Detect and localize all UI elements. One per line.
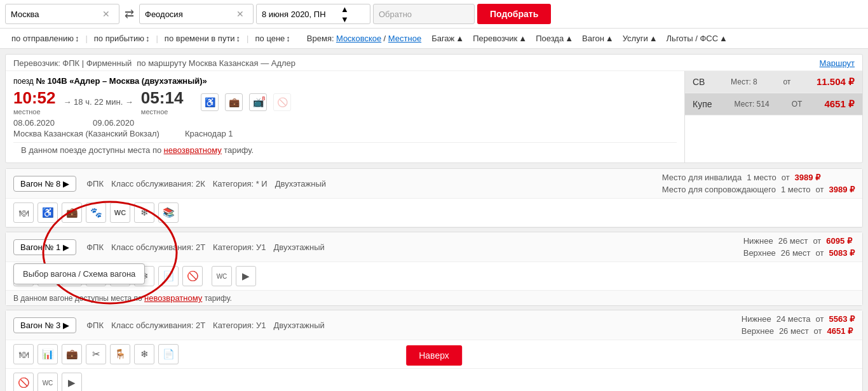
from-input-wrapper[interactable]: Москва ✕ — [5, 4, 119, 24]
date-stepper-up[interactable]: ▲▼ — [341, 4, 349, 24]
food-icon: 🍽 — [13, 202, 34, 223]
pet-icon: 🐾 — [86, 202, 106, 223]
route-link[interactable]: Маршрут — [820, 58, 855, 68]
wagon-section-1: Вагон № 1 ▶ Выбор вагона / Схема вагона … — [5, 232, 863, 306]
to-input[interactable]: Феодосия — [145, 10, 234, 19]
return-placeholder: Обратно — [379, 10, 412, 19]
time-label: Время: Московское / Местное — [307, 34, 421, 43]
wagon-1-meta: ФПК Класс обслуживания: 2Т Категория: У1… — [86, 242, 325, 252]
wagon-1-header: Вагон № 1 ▶ Выбор вагона / Схема вагона … — [6, 232, 862, 262]
play2-icon: ▶ — [62, 373, 82, 391]
doc-icon: 📄 — [158, 266, 179, 286]
carrier-label: Перевозчик: ФПК | Фирменный — [13, 58, 132, 68]
wagon-schema-popup[interactable]: Выбор вагона / Схема вагона — [13, 263, 145, 284]
arr-station: Краснодар 1 — [185, 129, 233, 138]
kupe-price-row[interactable]: Купе Мест: 514 ОТ 4651 ₽ — [685, 93, 862, 116]
dep-local-label: местное — [13, 108, 56, 116]
disabled-icon: 🚫 — [273, 93, 291, 111]
route-text: по маршруту Москва Казанская — Адлер — [137, 58, 295, 68]
wagon-1-button[interactable]: Вагон № 1 ▶ — [13, 239, 76, 255]
food3-icon: 🍽 — [13, 344, 34, 364]
services-filter[interactable]: Услуги▲ — [619, 32, 661, 44]
sort-by-arrival[interactable]: по прибытию↕ — [90, 32, 154, 44]
luggage-icon: 💼 — [225, 93, 243, 111]
amenities-icons: ♿ 💼 📺8 🚫 — [201, 93, 291, 111]
wc2-icon: WC — [212, 266, 232, 286]
from-clear-btn[interactable]: ✕ — [102, 9, 110, 19]
wc-icon: WC — [110, 202, 130, 223]
sort-by-departure[interactable]: по отправлению↕ — [8, 32, 83, 44]
sv-price: 11.504 ₽ — [817, 76, 855, 88]
main-content: Перевозчик: ФПК | Фирменный по маршруту … — [0, 49, 868, 391]
back-to-top-button[interactable]: Наверх — [406, 345, 462, 366]
return-input[interactable]: Обратно — [373, 4, 475, 24]
accessible-icon: ♿ — [37, 202, 58, 223]
swap-button[interactable]: ⇄ — [122, 7, 137, 21]
departure-time: 10:52 — [13, 88, 56, 108]
snow2-icon: ❄ — [134, 344, 154, 364]
display-icon: 📺8 — [249, 93, 267, 111]
wagon-8-button[interactable]: Вагон № 8 ▶ — [13, 176, 76, 192]
wagon-1-nonrefund-link[interactable]: невозвратному — [144, 293, 202, 303]
sort-by-duration[interactable]: по времени в пути↕ — [161, 32, 244, 44]
to-input-wrapper[interactable]: Феодосия ✕ — [139, 4, 254, 24]
info-icon: 📚 — [158, 202, 179, 223]
from-input[interactable]: Москва — [11, 10, 100, 19]
wc3-icon: WC — [37, 373, 58, 391]
kupe-seats: Мест: 514 — [735, 100, 770, 109]
wagon-3-header: Вагон № 3 ▶ ФПК Класс обслуживания: 2Т К… — [6, 310, 862, 340]
wagon-3-button[interactable]: Вагон № 3 ▶ — [13, 317, 76, 333]
non-refund-notice: В данном поезде доступны места по невозв… — [13, 142, 677, 157]
wagon-8-icons: 🍽 ♿ 💼 🐾 WC ❄ 📚 — [6, 199, 862, 227]
kupe-price: 4651 ₽ — [824, 98, 855, 110]
no-icon: 🚫 — [182, 266, 203, 286]
ac-icon: ❄ — [134, 202, 154, 223]
wheelchair-icon: ♿ — [201, 93, 219, 111]
wagon-8-header: Вагон № 8 ▶ ФПК Класс обслуживания: 2К К… — [6, 169, 862, 199]
search-button[interactable]: Подобрать — [477, 4, 551, 24]
arr-date: 09.06.2020 — [93, 118, 134, 128]
local-time-link[interactable]: Местное — [388, 34, 421, 43]
scissors-icon: ✂ — [86, 344, 106, 364]
arrival-time-block: 05:14 местное — [141, 88, 184, 116]
wagon-filter[interactable]: Вагон▲ — [578, 32, 618, 44]
sv-price-row[interactable]: СВ Мест: 8 от 11.504 ₽ — [685, 71, 862, 93]
benefits-filter[interactable]: Льготы / ФСС▲ — [663, 32, 731, 44]
times-row: 10:52 местное → 18 ч. 22 мин. → 05:14 ме… — [13, 88, 677, 116]
bag3-icon: 💼 — [62, 344, 82, 364]
train-number-value: № 104В «Адлер – Москва (двухэтажный)» — [36, 76, 207, 86]
no2-icon: 🚫 — [13, 373, 34, 391]
bag-icon: 💼 — [62, 202, 82, 223]
date-input-wrapper[interactable]: 8 июня 2020, ПН ▲▼ — [256, 4, 370, 24]
sv-seats: Мест: 8 — [731, 77, 757, 86]
sv-label: СВ — [693, 77, 705, 87]
carrier-filter[interactable]: Перевозчик▲ — [469, 32, 531, 44]
train-card: Перевозчик: ФПК | Фирменный по маршруту … — [5, 54, 863, 163]
to-clear-btn[interactable]: ✕ — [236, 9, 244, 19]
wagon-section-8: Вагон № 8 ▶ ФПК Класс обслуживания: 2К К… — [5, 168, 863, 228]
baggage-filter[interactable]: Багаж▲ — [428, 32, 468, 44]
wagon-3-icons-row2: 🚫 WC ▶ — [6, 369, 862, 391]
wagon-1-popup-wrapper: Вагон № 1 ▶ Выбор вагона / Схема вагона — [13, 239, 76, 255]
duration-text: → 18 ч. 22 мин. → — [64, 97, 133, 107]
wagon-8-prices: Место для инвалида 1 место от 3989 ₽ Мес… — [662, 173, 855, 194]
wagon-1-notice: В данном вагоне доступны места по невозв… — [6, 291, 862, 305]
trains-filter[interactable]: Поезда▲ — [532, 32, 577, 44]
kupe-from: ОТ — [792, 100, 803, 109]
wagon-3-prices: Нижнее 24 места от 5563 ₽ Верхнее 26 мес… — [742, 314, 855, 336]
sv-from: от — [783, 77, 790, 86]
arr-local-label: местное — [141, 108, 184, 116]
train-card-header: Перевозчик: ФПК | Фирменный по маршруту … — [6, 55, 862, 71]
train-body: поезд № 104В «Адлер – Москва (двухэтажны… — [6, 71, 862, 162]
sort-by-price[interactable]: по цене↕ — [252, 32, 294, 44]
doc2-icon: 📄 — [158, 344, 179, 364]
moscow-time-link[interactable]: Московское — [336, 34, 381, 43]
arrival-time: 05:14 — [141, 88, 184, 108]
train-prefix: поезд — [13, 77, 34, 86]
dep-station: Москва Казанская (Казанский Вокзал) — [13, 129, 159, 138]
stations-row: Москва Казанская (Казанский Вокзал) Крас… — [13, 129, 677, 138]
dep-date: 08.06.2020 — [13, 118, 55, 128]
date-input[interactable]: 8 июня 2020, ПН — [262, 10, 338, 19]
non-refund-link[interactable]: невозвратному — [164, 145, 222, 155]
play-icon: ▶ — [236, 266, 256, 286]
